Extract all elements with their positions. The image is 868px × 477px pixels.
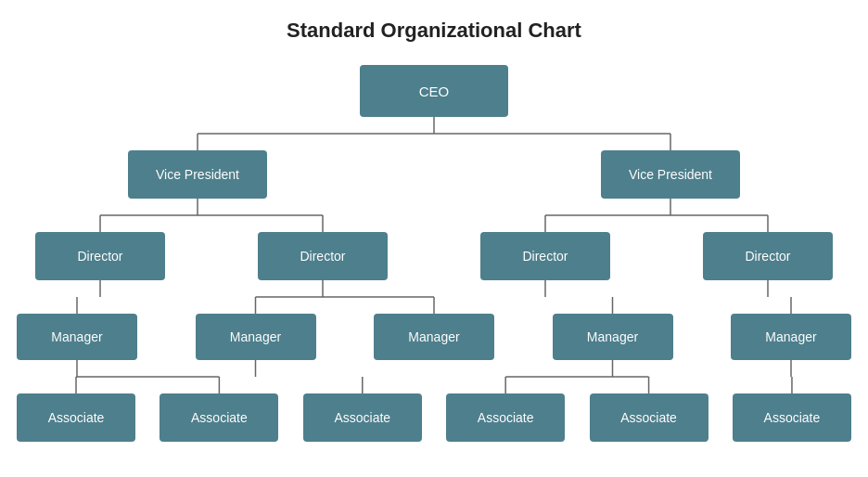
assoc5-node: Associate — [590, 393, 708, 442]
mgr3-node: Manager — [374, 314, 494, 360]
assoc2-node: Associate — [160, 393, 278, 442]
assoc3-node: Associate — [303, 393, 422, 442]
org-chart: CEO Vice President Vice President Direct… — [17, 65, 851, 442]
chart-title: Standard Organizational Chart — [287, 19, 581, 43]
dir4-node: Director — [703, 232, 833, 280]
assoc1-node: Associate — [17, 393, 135, 442]
assoc4-node: Associate — [446, 393, 565, 442]
vp1-node: Vice President — [128, 150, 267, 199]
mgr4-node: Manager — [553, 314, 673, 360]
mgr1-node: Manager — [17, 314, 137, 360]
assoc6-node: Associate — [733, 393, 851, 442]
mgr5-node: Manager — [731, 314, 851, 360]
vp2-node: Vice President — [601, 150, 740, 199]
dir2-node: Director — [258, 232, 388, 280]
dir1-node: Director — [35, 232, 165, 280]
dir3-node: Director — [480, 232, 610, 280]
mgr2-node: Manager — [196, 314, 316, 360]
ceo-node: CEO — [360, 65, 508, 117]
